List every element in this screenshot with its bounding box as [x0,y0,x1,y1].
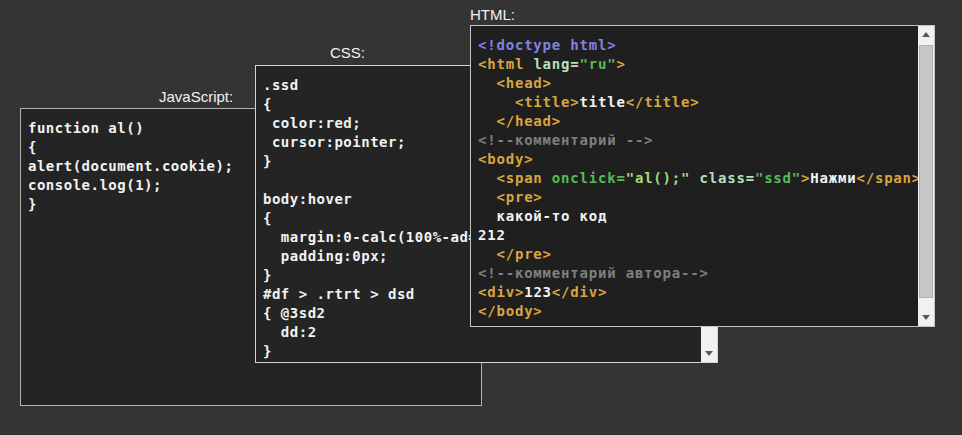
page-background: JavaScript: function al(){alert(document… [0,0,962,435]
html-scroll-down-button[interactable] [918,309,934,326]
css-label: CSS: [330,44,365,61]
html-code-text: <!doctype html><html lang="ru"> <head> <… [471,26,934,326]
scroll-up-icon [922,32,930,37]
html-vertical-scrollbar[interactable] [918,26,934,326]
html-code-editor[interactable]: <!doctype html><html lang="ru"> <head> <… [470,25,935,327]
css-scroll-down-button[interactable] [701,345,717,362]
html-label: HTML: [470,6,515,23]
javascript-label: JavaScript: [159,88,233,105]
scroll-down-icon [705,351,713,356]
html-scrollbar-thumb[interactable] [919,45,933,298]
html-scroll-up-button[interactable] [918,26,934,43]
scroll-down-icon [922,315,930,320]
